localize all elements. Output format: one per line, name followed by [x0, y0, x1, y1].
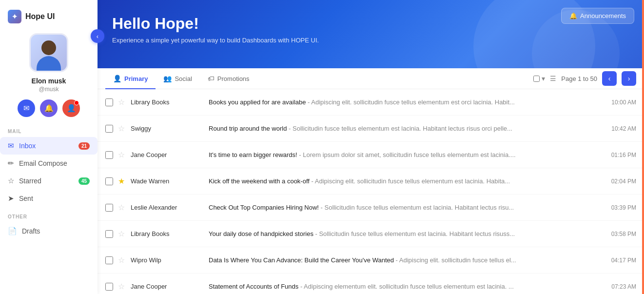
email-subject: Check Out Top Companies Hiring Now!: [209, 204, 319, 211]
email-checkbox[interactable]: [105, 283, 113, 291]
star-icon[interactable]: ☆: [118, 255, 125, 265]
app-logo: ✦ Hope UI: [0, 10, 55, 23]
email-preview: Check Out Top Companies Hiring Now! - So…: [209, 204, 605, 211]
main-content: Hello Hope! Experience a simple yet powe…: [98, 0, 644, 294]
sender-name: Leslie Alexander: [131, 204, 209, 211]
select-all-area[interactable]: ▾: [533, 75, 545, 82]
sender-name: Library Books: [131, 98, 209, 106]
email-subject: Books you applied for are availabe: [209, 98, 306, 106]
sidebar-collapse-btn[interactable]: ‹: [91, 29, 104, 43]
announcements-label: Announcements: [580, 12, 626, 20]
announcements-button[interactable]: 🔔 Announcements: [561, 8, 634, 24]
sidebar-item-sent[interactable]: ➤ Sent: [0, 190, 98, 207]
email-preview: Your daily dose of handpicked stories - …: [209, 230, 605, 237]
preview-text: - Sollicitudin fusce tellus elementum es…: [287, 125, 512, 132]
sidebar-item-drafts[interactable]: 📄 Drafts: [0, 222, 98, 240]
email-checkbox[interactable]: [105, 177, 113, 185]
mail-button[interactable]: ✉: [18, 99, 35, 117]
compose-icon: ✏: [8, 159, 14, 168]
hero-banner: Hello Hope! Experience a simple yet powe…: [98, 0, 644, 68]
email-preview: Kick off the weekend with a cook-off - A…: [209, 177, 605, 185]
email-checkbox[interactable]: [105, 256, 113, 264]
preview-text: - Sollicitudin fusce tellus elementum es…: [313, 230, 515, 237]
email-row[interactable]: ☆ Leslie Alexander Check Out Top Compani…: [98, 195, 644, 221]
sidebar-item-starred[interactable]: ☆ Starred 45: [0, 172, 98, 190]
email-subject: It's time to earn bigger rewards!: [209, 151, 297, 158]
scroll-indicator: [642, 0, 644, 294]
email-time: 10:42 AM: [611, 125, 636, 132]
preview-text: - Sollicitudin fusce tellus elementum es…: [319, 204, 514, 211]
prev-page-button[interactable]: ‹: [602, 71, 617, 86]
sender-name: Library Books: [131, 230, 209, 237]
email-preview: It's time to earn bigger rewards! - Lore…: [209, 151, 605, 158]
sidebar-action-icons: ✉ 🔔 👤: [18, 99, 80, 117]
email-time: 02:04 PM: [611, 178, 636, 185]
email-preview: Statement of Accounts of Funds - Adipisc…: [209, 283, 605, 290]
drafts-label: Drafts: [22, 227, 40, 235]
email-subject: Kick off the weekend with a cook-off: [209, 177, 310, 185]
email-checkbox[interactable]: [105, 230, 113, 238]
email-time: 10:00 AM: [611, 99, 636, 106]
email-row[interactable]: ☆ Jane Cooper It's time to earn bigger r…: [98, 142, 644, 168]
select-all-checkbox[interactable]: [533, 76, 540, 82]
avatar-figure: [31, 35, 67, 71]
hero-title: Hello Hope!: [112, 15, 629, 33]
user-name: Elon musk: [32, 77, 66, 85]
star-icon[interactable]: ★: [118, 176, 125, 186]
email-subject: Your daily dose of handpicked stories: [209, 230, 313, 237]
email-row[interactable]: ☆ Swiggy Round trip around the world - S…: [98, 116, 644, 142]
star-icon[interactable]: ☆: [118, 98, 125, 107]
sender-name: Jane Cooper: [131, 283, 209, 290]
sidebar-nav: ✉ Inbox 21 ✏ Email Compose ☆ Starred 45 …: [0, 137, 98, 240]
sent-label: Sent: [19, 195, 33, 202]
inbox-badge: 21: [78, 142, 90, 150]
promotions-tab-label: Promotions: [217, 75, 250, 82]
email-time: 03:58 PM: [611, 231, 636, 237]
star-icon[interactable]: ☆: [118, 203, 125, 212]
email-time: 07:23 AM: [611, 283, 636, 290]
starred-label: Starred: [19, 177, 41, 185]
user-handle: @musk: [39, 86, 59, 93]
preview-text: - Adipiscing elit. sollicitudin fusce te…: [310, 177, 510, 185]
sender-name: Swiggy: [131, 125, 209, 132]
star-icon[interactable]: ☆: [118, 229, 125, 238]
chevron-down-icon[interactable]: ▾: [542, 75, 545, 82]
email-row[interactable]: ☆ Library Books Your daily dose of handp…: [98, 221, 644, 247]
star-icon[interactable]: ☆: [118, 124, 125, 133]
email-subject: Statement of Accounts of Funds: [209, 283, 298, 290]
inbox-label: Inbox: [19, 142, 36, 150]
sender-name: Wade Warren: [131, 177, 209, 185]
preview-text: - Lorem ipsum dolor sit amet, sollicitud…: [297, 151, 516, 158]
notification-button[interactable]: 🔔: [40, 99, 58, 117]
compose-label: Email Compose: [19, 159, 67, 167]
email-subject: Data Is Where You Can Advance: Build the…: [209, 256, 394, 264]
star-icon[interactable]: ☆: [118, 282, 125, 291]
email-checkbox[interactable]: [105, 204, 113, 212]
email-subject: Round trip around the world: [209, 125, 287, 132]
sidebar-item-inbox[interactable]: ✉ Inbox 21: [0, 137, 98, 155]
email-row[interactable]: ★ Wade Warren Kick off the weekend with …: [98, 168, 644, 195]
next-page-button[interactable]: ›: [622, 71, 636, 86]
avatar: [29, 33, 68, 72]
app-name: Hope UI: [25, 12, 55, 21]
tab-primary[interactable]: 👤 Primary: [105, 69, 156, 89]
tab-promotions[interactable]: 🏷 Promotions: [200, 69, 257, 89]
pagination-text: Page 1 to 50: [561, 75, 597, 82]
email-row[interactable]: ☆ Library Books Books you applied for ar…: [98, 89, 644, 116]
email-row[interactable]: ☆ Jane Cooper Statement of Accounts of F…: [98, 274, 644, 294]
user-button[interactable]: 👤: [62, 99, 80, 117]
email-row[interactable]: ☆ Wipro Wilp Data Is Where You Can Advan…: [98, 247, 644, 274]
email-checkbox[interactable]: [105, 125, 113, 133]
mail-section-label: MAIL: [0, 129, 21, 134]
sender-name: Jane Cooper: [131, 151, 209, 158]
starred-badge: 45: [78, 177, 90, 185]
email-list: ☆ Library Books Books you applied for ar…: [98, 89, 644, 294]
social-tab-label: Social: [175, 75, 192, 82]
sidebar-item-compose[interactable]: ✏ Email Compose: [0, 155, 98, 172]
email-checkbox[interactable]: [105, 98, 113, 106]
filter-icon[interactable]: ☰: [550, 75, 556, 82]
email-checkbox[interactable]: [105, 151, 113, 159]
announcements-icon: 🔔: [569, 12, 577, 20]
star-icon[interactable]: ☆: [118, 150, 125, 159]
tab-social[interactable]: 👥 Social: [156, 69, 199, 89]
